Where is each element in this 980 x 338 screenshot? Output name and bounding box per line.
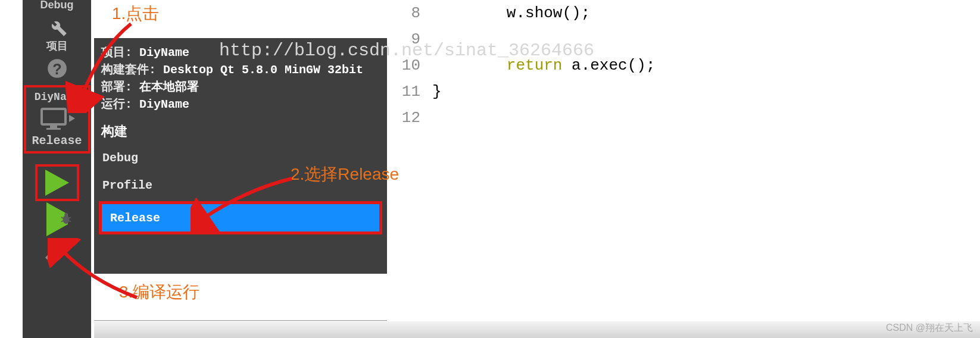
info-kit-label: 构建套件: [101, 63, 156, 77]
target-project-name: DiyName [35, 91, 80, 103]
line-num: 11 [387, 79, 420, 105]
svg-point-6 [64, 213, 68, 217]
source-lines: w.show(); return a.exec(); } [432, 0, 655, 131]
info-run-value: DiyName [132, 98, 189, 111]
play-icon [45, 170, 69, 196]
debug-text: Debug [40, 0, 74, 11]
hammer-icon [44, 237, 70, 263]
src-line: return a.exec(); [432, 52, 655, 79]
svg-rect-3 [50, 126, 57, 128]
info-project-value: DiyName [132, 46, 189, 60]
line-num: 9 [387, 26, 420, 52]
popup-info: 项目: DiyName 构建套件: Desktop Qt 5.8.0 MinGW… [94, 38, 387, 117]
monitor-icon-row [39, 107, 75, 130]
popup-section-header: 构建 [94, 117, 387, 144]
config-debug[interactable]: Debug [94, 144, 387, 171]
svg-text:?: ? [52, 61, 61, 77]
monitor-icon [39, 107, 68, 130]
build-config-popup: 项目: DiyName 构建套件: Desktop Qt 5.8.0 MinGW… [94, 38, 387, 274]
annotation-3: 3.编译运行 [119, 281, 199, 303]
run-button[interactable] [35, 164, 79, 201]
editor-blank-area [94, 0, 387, 38]
info-deploy-label: 部署: [101, 80, 132, 94]
src-line: } [432, 79, 655, 105]
line-num: 10 [387, 52, 420, 79]
svg-rect-4 [46, 128, 61, 130]
sidebar-help-button[interactable]: ? [45, 57, 69, 80]
config-profile[interactable]: Profile [94, 171, 387, 199]
bug-icon [60, 212, 73, 227]
config-release[interactable]: Release [102, 204, 379, 231]
chevron-right-icon [69, 115, 75, 122]
project-label: 项目 [46, 39, 68, 53]
info-deploy-value: 在本地部署 [132, 80, 199, 94]
wrench-icon [45, 15, 69, 39]
info-run-label: 运行: [101, 98, 132, 111]
mode-sidebar: Debug 项目 ? DiyName Release [23, 0, 91, 338]
sidebar-project-button[interactable]: 项目 [45, 15, 69, 53]
src-line [432, 105, 655, 131]
line-num: 12 [387, 105, 420, 131]
target-config-label: Release [32, 134, 82, 148]
target-selector[interactable]: DiyName Release [24, 85, 90, 154]
code-editor[interactable]: 8 9 10 11 12 w.show(); return a.exec(); … [387, 0, 980, 321]
popup-spacer [94, 239, 387, 274]
debug-run-button[interactable] [46, 214, 68, 225]
info-kit-value: Desktop Qt 5.8.0 MinGW 32bit [156, 63, 363, 77]
info-project-label: 项目: [101, 46, 132, 60]
sidebar-debug-label: Debug [40, 0, 74, 11]
line-num: 8 [387, 0, 420, 26]
bottom-panel-bar [94, 320, 980, 338]
src-line: w.show(); [432, 0, 655, 26]
line-gutter: 8 9 10 11 12 [387, 0, 432, 131]
svg-point-5 [63, 215, 69, 224]
svg-rect-2 [42, 109, 65, 124]
build-button[interactable] [44, 237, 70, 265]
help-icon: ? [45, 57, 69, 80]
config-release-highlight: Release [99, 201, 382, 234]
src-line [432, 26, 655, 52]
